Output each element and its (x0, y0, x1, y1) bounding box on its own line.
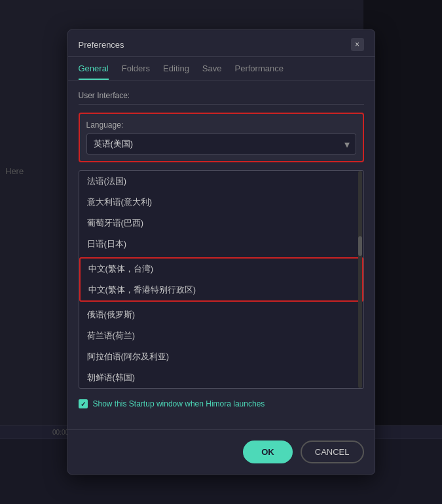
tab-editing[interactable]: Editing (163, 63, 189, 80)
language-option-nl[interactable]: 荷兰语(荷兰) (79, 325, 363, 346)
tab-folders[interactable]: Folders (122, 63, 150, 80)
dialog-footer: OK CANCEL (68, 429, 375, 474)
user-interface-label: User Interface: (79, 91, 364, 105)
language-dropdown: 法语(法国) 意大利语(意大利) 葡萄牙语(巴西) 日语(日本) 中文(繁体，台… (79, 170, 364, 389)
language-option-ar[interactable]: 阿拉伯语(阿尔及利亚) (79, 346, 363, 367)
tab-save[interactable]: Save (202, 63, 222, 80)
dialog-title: Preferences (79, 40, 124, 50)
dialog-content: User Interface: Language: 英语(美国) 法语(法国) … (68, 81, 375, 419)
language-select-wrapper[interactable]: 英语(美国) (86, 134, 356, 154)
highlighted-language-box: 中文(繁体，台湾) 中文(繁体，香港特别行政区) (79, 257, 363, 302)
language-option-zh-tw[interactable]: 中文(繁体，台湾) (81, 259, 362, 279)
language-option-it[interactable]: 意大利语(意大利) (79, 192, 363, 213)
tab-bar: General Folders Editing Save Performance (68, 57, 375, 81)
scroll-thumb[interactable] (358, 236, 362, 256)
language-label: Language: (86, 120, 356, 130)
startup-checkbox[interactable] (79, 399, 88, 408)
language-select[interactable]: 英语(美国) (86, 134, 356, 154)
language-option-zh-hk[interactable]: 中文(繁体，香港特别行政区) (81, 279, 362, 300)
language-section: Language: 英语(美国) (79, 113, 364, 162)
scroll-indicator (358, 171, 362, 388)
ruler-mark: 00:00 (52, 429, 69, 436)
startup-checkbox-label: Show this Startup window when Himora lau… (93, 399, 265, 408)
startup-checkbox-row[interactable]: Show this Startup window when Himora lau… (79, 399, 364, 408)
language-option-ja[interactable]: 日语(日本) (79, 234, 363, 255)
close-button[interactable]: × (351, 38, 364, 51)
ok-button[interactable]: OK (243, 441, 293, 463)
preferences-dialog: Preferences × General Folders Editing Sa… (67, 29, 375, 475)
tab-performance[interactable]: Performance (235, 63, 284, 80)
cancel-button[interactable]: CANCEL (301, 441, 364, 463)
language-option-ru[interactable]: 俄语(俄罗斯) (79, 304, 363, 325)
tab-general[interactable]: General (79, 63, 109, 80)
language-option-ko[interactable]: 朝鲜语(韩国) (79, 367, 363, 388)
language-option-pt[interactable]: 葡萄牙语(巴西) (79, 213, 363, 234)
background-here-text: Here (0, 164, 29, 179)
dialog-titlebar: Preferences × (68, 30, 375, 57)
language-option-fr[interactable]: 法语(法国) (79, 171, 363, 192)
